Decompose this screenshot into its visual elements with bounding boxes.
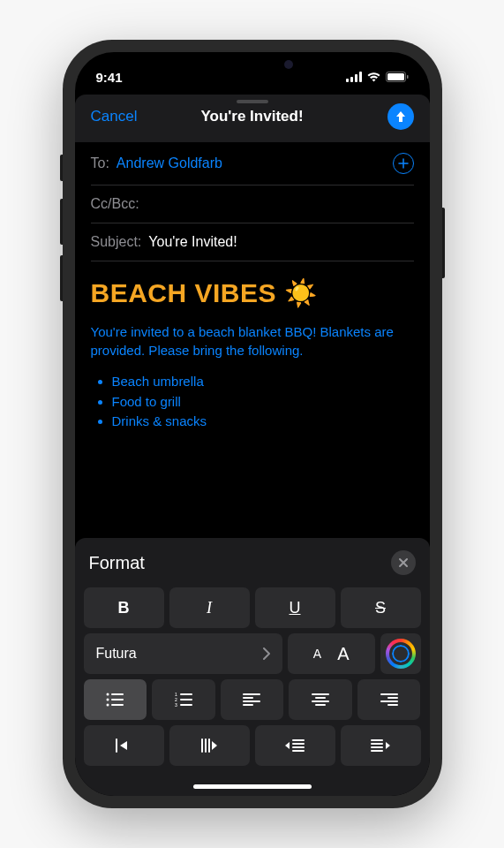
numbered-list-button[interactable]: 123 <box>152 679 215 720</box>
send-button[interactable] <box>387 103 414 130</box>
phone-frame: 9:41 Cancel You're Invited! To: Andrew G… <box>63 40 442 808</box>
svg-text:3: 3 <box>175 702 177 707</box>
svg-rect-31 <box>116 738 117 753</box>
indent-button[interactable] <box>341 725 421 766</box>
mute-switch <box>60 155 63 181</box>
font-size-button[interactable]: A A <box>288 633 375 674</box>
wifi-icon <box>366 72 381 82</box>
body-paragraph: You're invited to a beach blanket BBQ! B… <box>91 322 414 360</box>
svg-rect-33 <box>205 738 207 753</box>
indent-icon <box>371 739 390 752</box>
outdent-button[interactable] <box>255 725 335 766</box>
volume-down <box>60 255 63 301</box>
notch <box>173 52 332 77</box>
to-label: To: <box>91 155 109 171</box>
compose-area: To: Andrew Goldfarb Cc/Bcc: Subject: You… <box>75 142 430 448</box>
svg-rect-5 <box>387 73 404 80</box>
svg-rect-6 <box>407 75 409 79</box>
plus-icon <box>398 158 409 169</box>
format-header: Format <box>75 538 430 584</box>
bold-button[interactable]: B <box>84 587 164 628</box>
svg-rect-20 <box>243 697 253 699</box>
subject-label: Subject: <box>91 234 142 250</box>
svg-rect-2 <box>355 74 357 82</box>
add-contact-button[interactable] <box>393 153 414 174</box>
svg-rect-22 <box>243 704 253 706</box>
align-left-button[interactable] <box>221 679 284 720</box>
font-name: Futura <box>96 646 137 662</box>
svg-rect-1 <box>350 77 353 82</box>
svg-rect-12 <box>111 704 124 706</box>
svg-rect-35 <box>292 739 305 741</box>
svg-rect-27 <box>380 693 398 695</box>
align-center-icon <box>312 693 329 706</box>
indent-left-button[interactable] <box>169 725 250 766</box>
status-time: 9:41 <box>96 70 123 85</box>
ccbcc-field[interactable]: Cc/Bcc: <box>91 186 414 223</box>
list-item: Beach umbrella <box>112 372 414 392</box>
svg-rect-16 <box>180 699 192 700</box>
svg-rect-21 <box>243 700 260 702</box>
svg-rect-36 <box>292 743 305 745</box>
svg-rect-8 <box>111 693 124 695</box>
svg-rect-32 <box>201 738 203 753</box>
font-picker-button[interactable]: Futura <box>84 633 282 674</box>
svg-point-11 <box>107 704 109 707</box>
format-title: Format <box>89 553 145 573</box>
body-list: Beach umbrella Food to grill Drinks & sn… <box>91 372 414 432</box>
screen: 9:41 Cancel You're Invited! To: Andrew G… <box>75 52 430 796</box>
svg-rect-18 <box>180 704 192 706</box>
chevron-right-icon <box>263 647 270 660</box>
svg-point-9 <box>107 699 109 701</box>
text-color-button[interactable] <box>380 633 421 674</box>
format-panel: Format B I U S Futura <box>75 538 430 796</box>
nav-title: You're Invited! <box>200 108 303 125</box>
indent-right-icon <box>116 738 132 753</box>
svg-rect-25 <box>312 700 329 702</box>
close-icon <box>398 557 409 568</box>
svg-rect-28 <box>387 697 398 699</box>
bullet-list-icon <box>106 693 124 707</box>
subject-field[interactable]: Subject: You're Invited! <box>91 223 414 261</box>
list-item: Food to grill <box>112 392 414 413</box>
ccbcc-label: Cc/Bcc: <box>91 196 139 212</box>
small-a: A <box>313 647 321 661</box>
svg-rect-30 <box>387 704 398 706</box>
italic-button[interactable]: I <box>169 587 250 628</box>
svg-rect-0 <box>346 79 349 82</box>
arrow-up-icon <box>394 110 408 124</box>
power-button <box>442 208 445 278</box>
svg-rect-3 <box>359 72 362 82</box>
nav-bar: Cancel You're Invited! <box>75 95 430 142</box>
bullet-list-button[interactable] <box>84 679 147 720</box>
svg-rect-23 <box>312 693 329 695</box>
color-ring-icon <box>386 639 416 669</box>
svg-rect-37 <box>292 746 305 748</box>
format-grid: B I U S Futura A A <box>75 584 430 796</box>
align-right-button[interactable] <box>357 679 421 720</box>
subject-value: You're Invited! <box>148 234 237 250</box>
svg-rect-14 <box>180 693 192 695</box>
to-value: Andrew Goldfarb <box>117 155 222 171</box>
to-field[interactable]: To: Andrew Goldfarb <box>91 142 414 186</box>
svg-rect-39 <box>371 739 383 741</box>
email-body[interactable]: BEACH VIBES ☀️ You're invited to a beach… <box>91 261 414 448</box>
list-item: Drinks & snacks <box>112 412 414 432</box>
align-center-button[interactable] <box>289 679 352 720</box>
svg-rect-24 <box>315 697 326 699</box>
volume-up <box>60 199 63 245</box>
svg-rect-41 <box>371 746 383 748</box>
cancel-button[interactable]: Cancel <box>91 108 138 125</box>
svg-rect-19 <box>243 693 260 695</box>
svg-rect-34 <box>208 738 210 753</box>
indent-right-button[interactable] <box>84 725 164 766</box>
svg-rect-42 <box>371 750 383 752</box>
close-format-button[interactable] <box>391 550 416 575</box>
strikethrough-button[interactable]: S <box>341 587 421 628</box>
battery-icon <box>386 72 409 82</box>
underline-button[interactable]: U <box>255 587 335 628</box>
status-icons <box>346 72 409 82</box>
cellular-icon <box>346 72 362 82</box>
svg-rect-26 <box>315 704 326 706</box>
home-indicator[interactable] <box>193 784 312 789</box>
